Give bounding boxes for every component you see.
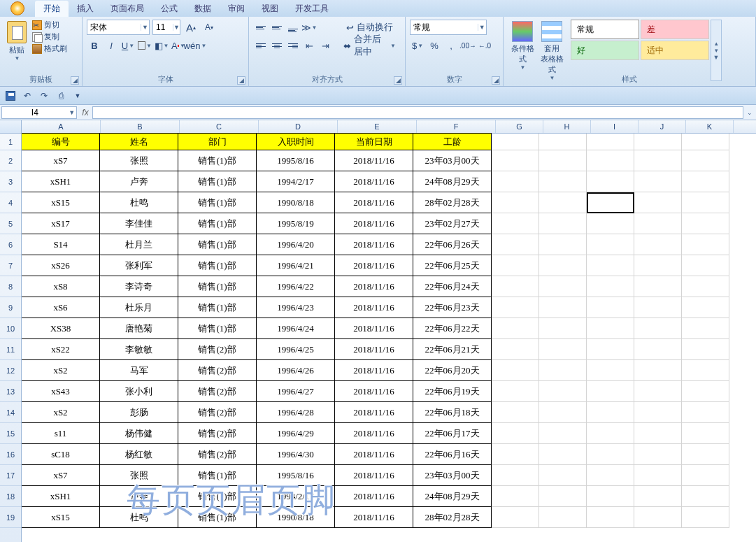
empty-cell[interactable] [587, 444, 634, 465]
empty-cell[interactable] [492, 255, 539, 276]
phonetic-button[interactable]: wén▼ [187, 38, 203, 53]
data-cell[interactable]: 1994/2/17 [256, 485, 335, 507]
data-cell[interactable]: 销售(1)部 [178, 255, 257, 276]
format-as-table-button[interactable]: 套用 表格格式 ▼ [537, 20, 566, 81]
empty-cell[interactable] [587, 150, 634, 171]
data-cell[interactable]: 销售(2)部 [178, 422, 257, 444]
empty-cell[interactable] [682, 339, 729, 360]
data-cell[interactable]: 2018/11/16 [334, 464, 413, 486]
redo-button[interactable]: ↷ [38, 90, 50, 102]
empty-cell[interactable] [539, 234, 587, 255]
row-header[interactable]: 6 [0, 234, 21, 255]
data-cell[interactable]: xS26 [22, 255, 100, 276]
data-cell[interactable]: 2018/11/16 [334, 485, 413, 507]
tab-developer[interactable]: 开发工具 [287, 1, 337, 17]
data-cell[interactable]: xS7 [22, 464, 100, 486]
data-cell[interactable]: 1990/8/18 [256, 192, 335, 213]
column-header[interactable]: G [496, 120, 543, 133]
row-header[interactable]: 7 [0, 255, 21, 276]
empty-cell[interactable] [634, 134, 682, 150]
column-header[interactable]: I [591, 120, 639, 133]
empty-cell[interactable] [492, 402, 539, 423]
data-cell[interactable]: 2018/11/16 [334, 318, 413, 339]
percent-button[interactable]: % [427, 38, 442, 53]
clipboard-dialog-launcher[interactable]: ◢ [71, 76, 79, 85]
empty-cell[interactable] [682, 234, 729, 255]
empty-cell[interactable] [539, 339, 587, 360]
empty-cell[interactable] [492, 507, 539, 528]
orientation-button[interactable]: ≫▼ [301, 20, 317, 35]
data-cell[interactable]: 2018/11/16 [334, 443, 413, 465]
data-cell[interactable]: xS2 [22, 401, 100, 423]
print-preview-button[interactable]: ⎙ [55, 90, 67, 102]
data-cell[interactable]: xS43 [22, 380, 100, 402]
data-cell[interactable]: 22年06月17天 [413, 422, 492, 444]
save-button[interactable] [4, 90, 17, 102]
data-cell[interactable]: 销售(1)部 [178, 213, 257, 234]
empty-cell[interactable] [587, 134, 634, 150]
empty-cell[interactable] [682, 486, 729, 507]
empty-cell[interactable] [634, 423, 682, 444]
empty-cell[interactable] [492, 318, 539, 339]
header-cell[interactable]: 姓名 [99, 133, 178, 150]
tab-data[interactable]: 数据 [186, 1, 220, 17]
data-cell[interactable]: 22年06月25天 [413, 255, 492, 276]
data-cell[interactable]: 2018/11/16 [334, 150, 413, 171]
data-cell[interactable]: 销售(1)部 [178, 464, 257, 486]
column-header[interactable]: A [22, 120, 101, 133]
underline-button[interactable]: U▼ [120, 38, 136, 53]
data-cell[interactable]: 销售(1)部 [178, 297, 257, 318]
data-cell[interactable]: 杜鸣 [99, 506, 178, 528]
currency-button[interactable]: $▼ [410, 38, 425, 53]
empty-cell[interactable] [587, 423, 634, 444]
row-header[interactable]: 18 [0, 486, 21, 507]
data-cell[interactable]: 销售(1)部 [178, 150, 257, 171]
data-cell[interactable]: 彭肠 [99, 401, 178, 423]
empty-cell[interactable] [634, 486, 682, 507]
data-cell[interactable]: xS15 [22, 192, 100, 213]
empty-cell[interactable] [539, 360, 587, 381]
comma-button[interactable]: , [443, 38, 459, 53]
empty-cell[interactable] [539, 465, 587, 486]
empty-cell[interactable] [634, 444, 682, 465]
data-cell[interactable]: 1990/8/18 [256, 506, 335, 528]
grow-font-button[interactable]: A▴ [183, 20, 199, 35]
empty-cell[interactable] [492, 150, 539, 171]
data-cell[interactable]: 销售(1)部 [178, 485, 257, 507]
data-cell[interactable]: 卢奔 [99, 485, 178, 507]
empty-cell[interactable] [634, 318, 682, 339]
tab-review[interactable]: 审阅 [220, 1, 253, 17]
empty-cell[interactable] [539, 213, 587, 234]
data-cell[interactable]: 2018/11/16 [334, 422, 413, 444]
data-cell[interactable]: 杜月兰 [99, 234, 178, 255]
data-cell[interactable]: 28年02月28天 [413, 192, 492, 213]
italic-button[interactable]: I [104, 38, 119, 53]
tab-home[interactable]: 开始 [35, 1, 69, 17]
undo-button[interactable]: ↶ [21, 90, 34, 102]
empty-cell[interactable] [634, 276, 682, 297]
data-cell[interactable]: 卢奔 [99, 171, 178, 192]
align-middle-button[interactable] [269, 20, 285, 35]
name-box[interactable]: ▼ [1, 106, 77, 119]
column-header[interactable]: C [180, 120, 259, 133]
data-cell[interactable]: xS15 [22, 506, 100, 528]
data-cell[interactable]: 1996/4/21 [256, 255, 335, 276]
data-cell[interactable]: 1994/2/17 [256, 171, 335, 192]
empty-cell[interactable] [634, 507, 682, 528]
tab-insert[interactable]: 插入 [69, 1, 102, 17]
empty-cell[interactable] [492, 444, 539, 465]
office-button[interactable] [0, 0, 35, 17]
empty-cell[interactable] [682, 360, 729, 381]
data-cell[interactable]: 22年06月26天 [413, 234, 492, 255]
empty-cell[interactable] [634, 234, 682, 255]
data-cell[interactable]: 22年06月20天 [413, 359, 492, 381]
empty-cell[interactable] [539, 507, 587, 528]
row-header[interactable]: 1 [0, 134, 21, 150]
row-header[interactable]: 4 [0, 192, 21, 213]
data-cell[interactable]: 22年06月19天 [413, 380, 492, 402]
empty-cell[interactable] [682, 381, 729, 402]
empty-cell[interactable] [682, 402, 729, 423]
empty-cell[interactable] [492, 192, 539, 213]
conditional-formatting-button[interactable]: 条件格式 ▼ [508, 20, 537, 81]
select-all-corner[interactable] [0, 120, 21, 134]
